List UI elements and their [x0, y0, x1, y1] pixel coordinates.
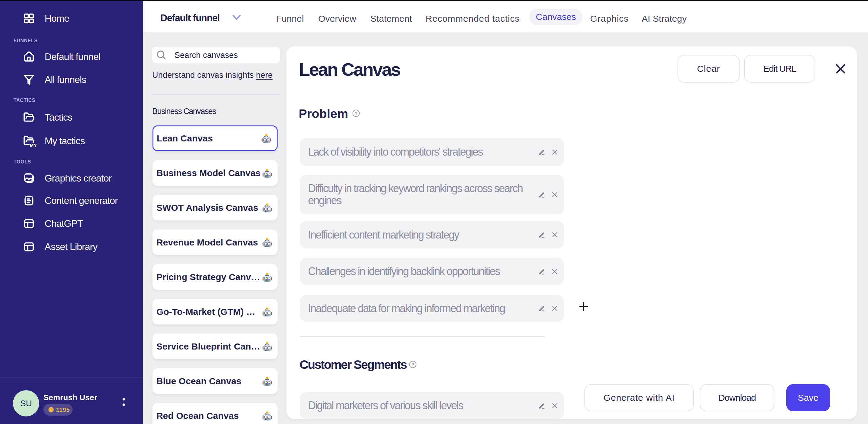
svg-text:?: ?	[355, 111, 358, 116]
svg-text:?: ?	[411, 362, 414, 367]
